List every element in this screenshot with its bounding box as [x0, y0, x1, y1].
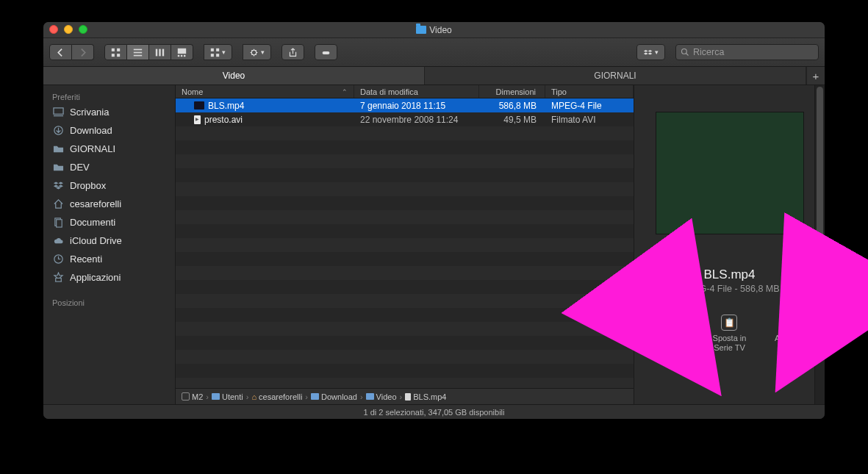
column-label: Dimensioni — [496, 87, 536, 96]
sidebar-item-download[interactable]: Download — [43, 121, 175, 140]
back-button[interactable] — [49, 44, 72, 60]
column-label: Tipo — [551, 87, 567, 96]
path-item[interactable]: Utenti — [212, 392, 243, 401]
file-date: 7 gennaio 2018 11:15 — [354, 101, 479, 111]
svg-rect-22 — [53, 108, 62, 114]
traffic-lights — [49, 25, 87, 34]
tags-button[interactable] — [315, 44, 337, 60]
path-item[interactable]: M2 — [182, 392, 203, 401]
preview-pane: BLS.mp4 MPEG-4 File - 586,8 MB ↓ Ottieni… — [634, 85, 825, 404]
svg-rect-16 — [211, 54, 214, 57]
quick-action-label: Ottieni sottotitoli — [646, 334, 697, 353]
maximize-window-button[interactable] — [79, 25, 87, 34]
window-title: Video — [429, 25, 451, 35]
sidebar-item-label: Dropbox — [70, 180, 106, 191]
file-name: BLS.mp4 — [208, 101, 244, 111]
tab-giornali[interactable]: GIORNALI — [425, 67, 806, 85]
new-tab-button[interactable]: + — [806, 67, 825, 85]
view-list-button[interactable] — [127, 44, 149, 60]
folder-icon — [311, 393, 319, 400]
preview-name: BLS.mp4 — [643, 267, 816, 282]
scrollbar-thumb[interactable] — [817, 87, 823, 248]
search-input[interactable] — [693, 47, 814, 57]
sidebar: Preferiti Scrivania Download GIORNALI DE… — [43, 85, 176, 404]
cloud-icon — [52, 235, 64, 247]
arrange-button[interactable]: ▾ — [204, 44, 232, 60]
column-date[interactable]: Data di modifica — [354, 85, 479, 98]
folder-icon — [416, 26, 426, 34]
column-name[interactable]: Nome ⌃ — [176, 85, 354, 98]
view-gallery-button[interactable] — [171, 44, 193, 60]
preview-subtitle: MPEG-4 File - 586,8 MB — [643, 284, 816, 294]
dropbox-toolbar-button[interactable]: ▾ — [636, 44, 665, 60]
path-item[interactable]: Video — [366, 392, 397, 401]
close-window-button[interactable] — [49, 25, 58, 34]
inspector-scrollbar[interactable] — [814, 85, 825, 404]
column-size[interactable]: Dimensioni — [479, 85, 545, 98]
path-item[interactable]: Download — [311, 392, 357, 401]
dropbox-icon — [52, 180, 64, 192]
disk-icon — [182, 392, 190, 401]
file-rows: BLS.mp4 7 gennaio 2018 11:15 586,8 MB MP… — [176, 98, 634, 388]
svg-rect-4 — [134, 49, 142, 50]
status-text: 1 di 2 selezionati, 347,05 GB disponibil… — [363, 408, 504, 417]
path-item[interactable]: ⌂cesareforelli — [251, 392, 302, 401]
svg-rect-19 — [323, 51, 330, 54]
path-label: cesareforelli — [259, 392, 302, 401]
sidebar-item-dropbox[interactable]: Dropbox — [43, 176, 175, 195]
sidebar-item-label: DEV — [70, 162, 90, 173]
minimize-window-button[interactable] — [64, 25, 73, 34]
apps-icon — [52, 272, 64, 284]
quick-action-more[interactable]: ⋯ Altro… — [761, 315, 813, 353]
documents-icon — [52, 217, 64, 229]
svg-rect-5 — [134, 51, 142, 53]
forward-button[interactable] — [72, 44, 94, 60]
share-button[interactable] — [281, 44, 304, 60]
folder-icon — [52, 162, 64, 173]
sidebar-item-label: cesareforelli — [70, 198, 121, 209]
file-date: 22 novembre 2008 11:24 — [354, 115, 479, 125]
sidebar-item-icloud[interactable]: iCloud Drive — [43, 231, 175, 250]
svg-rect-9 — [162, 49, 164, 56]
column-label: Nome — [182, 87, 203, 96]
status-bar: 1 di 2 selezionati, 347,05 GB disponibil… — [43, 404, 825, 419]
desktop-icon — [52, 107, 64, 118]
quick-action-label: Sposta in Serie TV — [703, 334, 755, 353]
more-icon: ⋯ — [779, 315, 795, 331]
path-label: M2 — [192, 392, 203, 401]
search-field[interactable] — [675, 44, 819, 60]
view-icons-button[interactable] — [104, 44, 127, 60]
svg-rect-26 — [56, 220, 62, 227]
sidebar-item-recenti[interactable]: Recenti — [43, 250, 175, 268]
column-kind[interactable]: Tipo — [545, 85, 634, 98]
preview-thumbnail[interactable] — [656, 112, 803, 234]
sidebar-item-dev[interactable]: DEV — [43, 158, 175, 176]
path-item[interactable]: BLS.mp4 — [405, 392, 446, 401]
quick-action-subtitles[interactable]: ↓ Ottieni sottotitoli — [646, 315, 697, 353]
sidebar-item-giornali[interactable]: GIORNALI — [43, 140, 175, 158]
tab-video[interactable]: Video — [43, 67, 425, 85]
titlebar: Video — [43, 22, 825, 38]
file-row[interactable]: BLS.mp4 7 gennaio 2018 11:15 586,8 MB MP… — [176, 98, 634, 112]
file-list-area: Nome ⌃ Data di modifica Dimensioni Tipo … — [176, 85, 634, 404]
path-label: Video — [376, 392, 397, 401]
sidebar-item-documenti[interactable]: Documenti — [43, 213, 175, 231]
action-button[interactable]: ▾ — [243, 44, 271, 60]
file-row[interactable]: presto.avi 22 novembre 2008 11:24 49,5 M… — [176, 112, 634, 126]
sidebar-item-label: GIORNALI — [70, 143, 115, 154]
view-columns-button[interactable] — [149, 44, 171, 60]
tab-label: Video — [223, 71, 245, 81]
svg-rect-14 — [211, 48, 214, 51]
file-icon — [194, 115, 201, 124]
sidebar-item-label: Scrivania — [70, 107, 109, 118]
svg-rect-11 — [178, 54, 179, 56]
sidebar-item-scrivania[interactable]: Scrivania — [43, 103, 175, 121]
path-label: Download — [321, 392, 357, 401]
sidebar-item-applicazioni[interactable]: Applicazioni — [43, 268, 175, 287]
sidebar-item-home[interactable]: cesareforelli — [43, 195, 175, 213]
movie-icon — [405, 393, 411, 401]
file-kind: Filmato AVI — [545, 115, 634, 125]
search-icon — [681, 48, 689, 57]
quick-action-move-tv[interactable]: 📋 Sposta in Serie TV — [703, 315, 755, 353]
sidebar-item-label: Recenti — [70, 254, 102, 265]
